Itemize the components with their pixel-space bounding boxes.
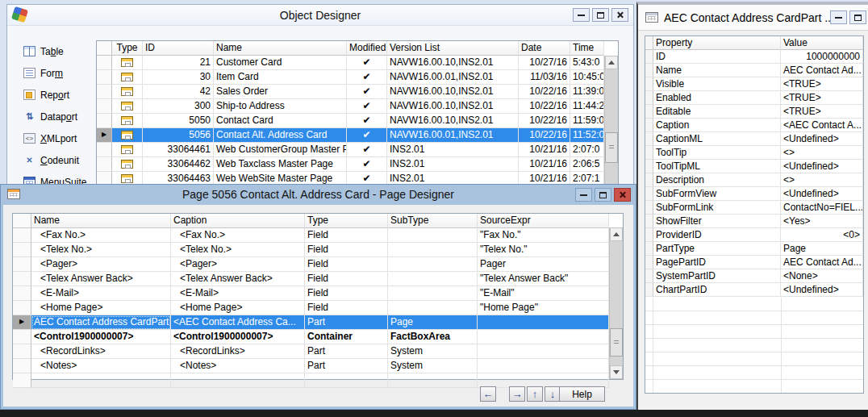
object-row[interactable]: 42 Sales Order ✔ NAVW16.00.10,INS2.01 10… [97,85,618,99]
page-control-row[interactable]: <Telex Answer Back> <Telex Answer Back> … [13,272,623,286]
row-selector[interactable] [97,143,112,157]
property-value[interactable]: <TRUE> [781,105,863,119]
scroll-up-button[interactable] [605,56,618,69]
property-row[interactable]: Visible <TRUE> [645,77,863,91]
row-selector[interactable] [13,286,31,301]
property-row[interactable]: ChartPartID <Undefined> [645,283,863,297]
property-row[interactable]: CaptionML <Undefined> [645,132,863,146]
property-row[interactable]: ProviderID <0> [645,228,863,242]
sidebar-object-type-button[interactable]: Codeunit [17,149,96,171]
row-selector[interactable]: ▶ [97,128,112,143]
row-selector[interactable] [13,228,31,243]
row-selector[interactable]: ▶ [13,315,31,330]
scroll-down-button[interactable] [610,365,623,379]
property-value[interactable]: <Undefined> [781,283,863,297]
row-selector[interactable] [13,301,31,315]
property-row[interactable]: ID 1000000000 [645,50,863,64]
close-button[interactable] [611,8,628,22]
property-row[interactable]: SubFormLink ContactNo=FIEL... [645,201,863,215]
property-row[interactable]: Editable <TRUE> [645,105,863,119]
property-value[interactable]: <TRUE> [781,91,863,105]
property-value[interactable]: ContactNo=FIEL... [781,201,863,215]
row-selector[interactable] [13,243,31,257]
page-control-row[interactable]: <Notes> <Notes> Part System [13,359,623,373]
property-row[interactable]: ToolTip <> [645,146,863,160]
properties-titlebar[interactable]: AEC Contact Address CardPart ... [638,5,868,31]
property-value[interactable]: <> [781,173,863,187]
page-control-row[interactable]: <Home Page> <Home Page> Field "Home Page… [13,301,623,315]
move-right-button[interactable]: → [509,386,525,402]
row-selector[interactable] [13,344,31,359]
scroll-up-button[interactable] [610,227,623,241]
property-row[interactable]: ShowFilter <Yes> [645,215,863,228]
property-value[interactable]: 1000000000 [781,50,863,64]
maximize-button[interactable] [592,8,609,22]
object-row[interactable]: 5050 Contact Card ✔ NAVW16.00.10,INS2.01… [97,114,618,128]
row-selector[interactable] [13,330,31,344]
row-selector[interactable] [97,85,112,99]
property-value[interactable]: <Undefined> [781,132,863,146]
row-selector[interactable] [13,272,31,286]
property-value[interactable]: AEC Contact Ad... [781,256,863,269]
object-designer-titlebar[interactable]: Object Designer [7,5,633,26]
property-row[interactable]: Name AEC Contact Ad... [645,64,863,77]
minimize-button[interactable] [575,188,592,202]
scrollbar-thumb[interactable] [605,132,618,163]
property-row[interactable]: Enabled <TRUE> [645,91,863,105]
move-down-button[interactable]: ↓ [545,386,561,402]
row-selector[interactable] [13,257,31,272]
minimize-button[interactable] [830,10,847,24]
sidebar-object-type-button[interactable]: XMLport [17,127,96,149]
scrollbar-thumb[interactable] [610,328,623,357]
sidebar-object-type-button[interactable]: Report [17,84,96,106]
row-selector[interactable] [97,157,112,172]
row-selector[interactable] [97,56,112,70]
page-control-row[interactable]: <E-Mail> <E-Mail> Field "E-Mail" [13,286,623,301]
maximize-button[interactable] [595,188,611,202]
object-row[interactable]: 33064461 Web CustomerGroup Master P... ✔… [97,143,618,157]
property-value[interactable]: <0> [781,228,863,242]
property-value[interactable]: Page [781,242,863,256]
page-control-row[interactable]: ▶ AEC Contact Address CardPart <AEC Cont… [13,315,623,330]
property-row[interactable]: PagePartID AEC Contact Ad... [645,256,863,269]
page-control-row[interactable]: <Telex No.> <Telex No.> Field "Telex No.… [13,243,623,257]
property-row[interactable]: SubFormView <Undefined> [645,187,863,201]
sidebar-object-type-button[interactable]: Form [17,62,96,84]
property-row[interactable]: PartType Page [645,242,863,256]
property-row[interactable]: Caption <AEC Contact A... [645,119,863,132]
property-row[interactable]: ToolTipML <Undefined> [645,160,863,173]
page-control-row[interactable]: <RecordLinks> <RecordLinks> Part System [13,344,623,359]
property-value[interactable]: AEC Contact Ad... [781,64,863,77]
property-value[interactable]: <None> [781,269,863,283]
object-row[interactable]: ▶ 5056 Contact Alt. Address Card ✔ NAVW1… [97,128,618,143]
page-control-row[interactable]: <Pager> <Pager> Field Pager [13,257,623,272]
sidebar-object-type-button[interactable]: Dataport [17,106,96,127]
row-selector[interactable] [97,114,112,128]
property-value[interactable]: <Yes> [781,215,863,228]
row-selector[interactable] [97,70,112,85]
object-row[interactable]: 300 Ship-to Address ✔ NAVW16.00.10,INS2.… [97,99,618,114]
row-selector[interactable] [97,99,112,114]
close-button[interactable] [614,188,631,202]
page-designer-titlebar[interactable]: Page 5056 Contact Alt. Address Card - Pa… [1,185,636,205]
property-row[interactable]: Description <> [645,173,863,187]
page-control-row[interactable]: <Control1900000007> <Control1900000007> … [13,330,623,344]
object-row[interactable]: 33064462 Web Taxclass Master Page ✔ INS2… [97,157,618,172]
property-value[interactable]: <TRUE> [781,77,863,91]
minimize-button[interactable] [573,8,590,22]
property-row[interactable]: SystemPartID <None> [645,269,863,283]
help-button[interactable]: Help [559,386,605,402]
property-value[interactable]: <Undefined> [781,160,863,173]
maximize-button[interactable] [849,10,866,24]
property-value[interactable]: <> [781,146,863,160]
page-control-row[interactable]: <Fax No.> <Fax No.> Field "Fax No." [13,228,623,243]
row-selector[interactable] [13,373,31,388]
row-selector[interactable] [13,359,31,373]
object-row[interactable]: 30 Item Card ✔ NAVW16.00.01,INS2.01 11/0… [97,70,618,85]
move-left-button[interactable]: ← [480,386,496,402]
move-up-button[interactable]: ↑ [527,386,543,402]
sidebar-object-type-button[interactable]: Table [17,40,96,62]
property-value[interactable]: <AEC Contact A... [781,119,863,132]
object-row[interactable]: 21 Customer Card ✔ NAVW16.00.10,INS2.01 … [97,56,618,70]
property-value[interactable]: <Undefined> [781,187,863,201]
